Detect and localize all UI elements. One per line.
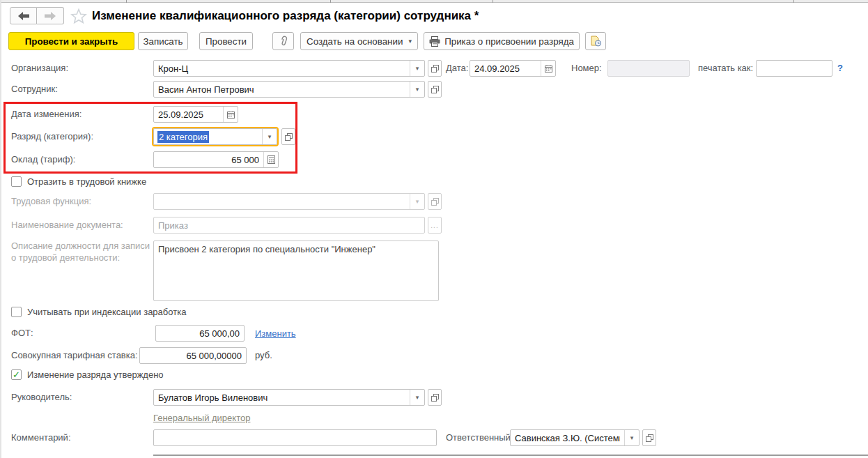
fot-input[interactable] [156,326,244,341]
window-bottom-edge [153,455,868,456]
salary-field[interactable] [153,151,279,168]
back-button[interactable] [10,7,37,24]
change-history-button[interactable] [585,32,606,50]
manager-field[interactable]: ▾ [153,389,425,406]
responsible-field[interactable]: ▾ [510,429,640,446]
calendar-icon[interactable] [541,61,555,76]
print-order-button[interactable]: Приказ о присвоении разряда [424,32,580,50]
doc-date-field[interactable] [470,60,556,77]
chevron-down-icon: ▾ [408,38,412,45]
organization-open-button[interactable] [428,60,442,77]
employee-open-button[interactable] [428,81,442,98]
employee-input[interactable] [154,82,410,97]
organization-dropdown-icon[interactable]: ▾ [410,61,424,76]
labor-function-label: Трудовая функция: [11,193,91,210]
doc-date-label: Дата: [446,60,468,77]
grade-selected-text: 2 категория [157,131,209,143]
total-rate-label: Совокупная тарифная ставка: [11,347,138,364]
form-window: Изменение квалификационного разряда (кат… [0,0,868,458]
save-button[interactable]: Записать [138,32,188,50]
print-as-field[interactable] [756,60,832,77]
total-rate-input[interactable] [140,348,246,363]
manager-position-link[interactable]: Генеральный директор [153,413,250,423]
organization-input[interactable] [154,61,410,76]
checkbox-checked-box[interactable]: ✓ [11,369,22,380]
salary-input[interactable] [154,152,263,167]
employee-field[interactable]: ▾ [153,81,425,98]
document-name-field [153,217,425,234]
position-description-label-2: о трудовой деятельности: [11,252,120,264]
comment-field[interactable] [153,429,437,446]
salary-label: Оклад (тариф): [11,151,75,168]
employee-dropdown-icon[interactable]: ▾ [410,82,424,97]
calendar-icon[interactable] [223,107,238,122]
manager-open-button[interactable] [428,389,442,406]
fot-change-link[interactable]: Изменить [255,328,296,339]
post-and-close-button[interactable]: Провести и закрыть [8,32,134,50]
manager-dropdown-icon[interactable]: ▾ [410,390,424,405]
employee-label: Сотрудник: [11,81,58,98]
arrow-left-icon [18,12,29,20]
attachments-button[interactable] [272,32,294,50]
favorite-star-icon[interactable] [70,8,87,24]
change-date-label: Дата изменения: [11,106,82,123]
grade-dropdown-icon[interactable]: ▾ [262,129,277,144]
change-date-input[interactable] [154,107,223,122]
number-label: Номер: [571,60,602,77]
responsible-label: Ответственный: [446,429,513,446]
post-button[interactable]: Провести [199,32,253,50]
change-date-field[interactable] [153,106,238,123]
paperclip-icon [279,36,288,47]
document-name-label: Наименование документа: [11,217,123,234]
create-based-on-button[interactable]: Создать на основании ▾ [300,32,418,50]
position-description-textarea[interactable]: Присвоен 2 категория по специальности "И… [153,241,439,301]
approved-checkbox[interactable]: ✓ Изменение разряда утверждено [11,369,164,380]
fot-label: ФОТ: [11,325,33,342]
manager-input[interactable] [154,390,410,405]
doc-date-input[interactable] [470,61,541,76]
print-as-input[interactable] [757,61,832,76]
responsible-dropdown-icon[interactable]: ▾ [624,430,639,445]
checkbox-box[interactable] [11,307,22,317]
grade-label: Разряд (категория): [11,128,93,145]
responsible-input[interactable] [511,430,624,445]
grade-field[interactable]: 2 категория ▾ [153,128,277,145]
indexation-checkbox[interactable]: Учитывать при индексации заработка [11,307,186,317]
labor-function-field: ▾ [153,193,425,210]
print-as-label: печатать как: [698,60,753,77]
reflect-workbook-checkbox[interactable]: Отразить в трудовой книжке [11,176,146,187]
number-input [608,61,689,76]
position-description-label-1: Описание должности для записи [11,240,150,252]
arrow-right-icon [45,12,56,20]
forward-button[interactable] [37,7,64,24]
help-question-icon[interactable]: ? [837,63,843,73]
grade-open-button[interactable] [281,128,295,145]
organization-field[interactable]: ▾ [153,60,425,77]
comment-label: Комментарий: [11,429,71,446]
labor-function-dropdown-icon: ▾ [410,194,424,209]
responsible-open-button[interactable] [642,429,656,446]
labor-function-open-button [428,193,442,210]
document-name-ellipsis-button: ... [428,217,442,234]
calculator-icon[interactable] [263,152,278,167]
fot-field[interactable] [155,325,245,342]
checkbox-box[interactable] [11,176,22,187]
page-title: Изменение квалификационного разряда (кат… [92,9,479,23]
document-clock-icon [591,36,601,47]
document-name-input [154,217,424,233]
window-top-edge [1,0,868,3]
number-field [607,60,690,77]
labor-function-input [154,194,410,209]
manager-label: Руководитель: [11,389,72,406]
total-rate-field[interactable] [139,347,247,364]
organization-label: Организация: [11,60,68,77]
comment-input[interactable] [154,430,436,445]
total-rate-unit: руб. [255,347,272,364]
printer-icon [429,36,440,47]
